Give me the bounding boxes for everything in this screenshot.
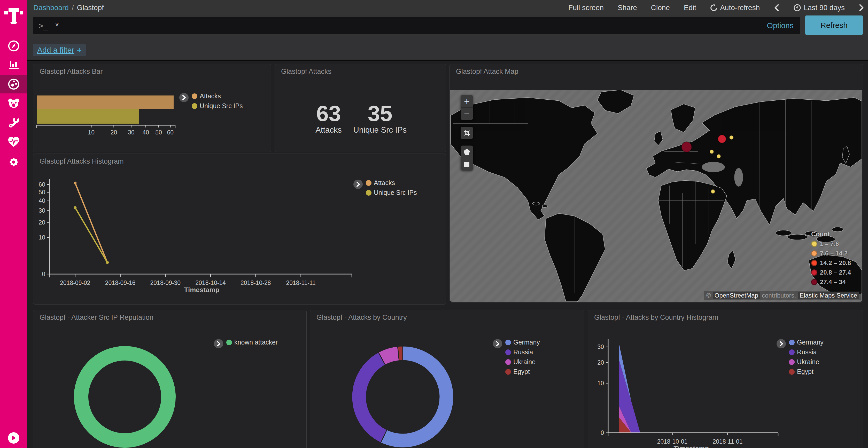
attacks-by-country-donut	[310, 310, 584, 448]
legend-item-ukraine[interactable]: Ukraine	[789, 358, 824, 366]
legend-swatch	[366, 180, 371, 186]
panel-title: Glastopf Attack Map	[456, 68, 519, 76]
svg-text:2018-10-28: 2018-10-28	[241, 279, 271, 286]
polygon-icon[interactable]	[461, 145, 473, 158]
sidebar-item-dev-tools[interactable]	[0, 113, 27, 132]
legend-toggle-button[interactable]	[214, 339, 223, 348]
map-zoom-out-button[interactable]: −	[461, 107, 473, 120]
svg-text:2018-10-14: 2018-10-14	[195, 279, 226, 286]
legend-item-attacks[interactable]: Attacks	[366, 179, 417, 186]
sidebar-expand-button[interactable]	[8, 432, 20, 444]
map-point-ukraine-north[interactable]	[710, 150, 714, 154]
map-point-germany-poland[interactable]	[681, 142, 692, 152]
legend-item-ukraine[interactable]: Ukraine	[505, 358, 540, 366]
legend-item-attacks[interactable]: Attacks	[192, 92, 243, 100]
full-screen-button[interactable]: Full screen	[568, 4, 604, 12]
panel-attacks-bar: Glastopf Attacks Bar 102030405060 Attack…	[33, 64, 271, 152]
time-back-button[interactable]	[774, 4, 779, 11]
legend: known attacker	[214, 339, 278, 348]
svg-text:60: 60	[167, 129, 174, 136]
sidebar-item-visualize[interactable]	[0, 55, 27, 74]
map-legend-swatch	[811, 250, 817, 256]
legend-item-egypt[interactable]: Egypt	[789, 368, 824, 376]
console-prompt-icon: >_	[39, 21, 48, 30]
legend-item-unique-src-ips[interactable]: Unique Src IPs	[366, 189, 417, 196]
sidebar-item-management[interactable]	[0, 153, 27, 171]
breadcrumb-dashboard-link[interactable]: Dashboard	[33, 4, 69, 12]
telekom-t-logo[interactable]	[4, 5, 23, 26]
map-attribution: © OpenStreetMap contributors, Elastic Ma…	[704, 291, 861, 300]
svg-text:10: 10	[88, 129, 95, 136]
legend-item-egypt[interactable]: Egypt	[505, 368, 540, 376]
map-legend-range: 7.6 – 14.2	[820, 250, 847, 257]
add-filter-button[interactable]: Add a filter +	[33, 44, 86, 56]
map-point-egypt[interactable]	[711, 189, 715, 194]
map-point-russia-east-of-moscow[interactable]	[729, 136, 734, 140]
map-legend-item: 20.8 – 27.4	[811, 269, 851, 276]
sidebar-item-timelion[interactable]	[0, 94, 27, 112]
map-draw-controls	[461, 145, 473, 171]
edit-button[interactable]: Edit	[684, 4, 696, 12]
sidebar-item-discover[interactable]	[0, 37, 27, 55]
attacks-metric: 63Attacks35Unique Src IPs	[275, 64, 446, 152]
svg-text:Timestamp: Timestamp	[674, 444, 709, 448]
owl-icon	[7, 98, 20, 109]
map-legend-range: 27.4 – 34	[820, 278, 846, 286]
legend-label: Russia	[797, 348, 816, 356]
panel-by-country-histogram: Glastopf - Attacks by Country Histogram …	[588, 310, 863, 448]
sidebar-item-dashboard[interactable]	[0, 75, 27, 94]
legend-toggle-button[interactable]	[493, 339, 502, 348]
map-point-ukraine-east[interactable]	[717, 154, 721, 159]
elastic-maps-service-link[interactable]: Elastic Maps Service	[798, 291, 859, 299]
legend-label: Ukraine	[797, 358, 819, 366]
legend-item-unique-src-ips[interactable]: Unique Src IPs	[192, 102, 243, 110]
map-point-western-russia[interactable]	[718, 135, 726, 143]
map-legend-title: Count	[811, 231, 851, 238]
options-link[interactable]: Options	[767, 21, 794, 30]
auto-refresh-button[interactable]: Auto-refresh	[710, 4, 760, 12]
legend: AttacksUnique Src IPs	[353, 179, 417, 196]
rectangle-icon[interactable]	[461, 158, 473, 171]
svg-text:40: 40	[38, 198, 45, 204]
crop-icon[interactable]	[461, 127, 473, 139]
svg-text:2018-09-16: 2018-09-16	[105, 279, 135, 286]
svg-text:30: 30	[38, 207, 45, 214]
world-map[interactable]: + − Count 1 – 7.67.6 – 14.214.2	[450, 90, 862, 302]
top-nav: Dashboard / Glastopf Full screen Share C…	[27, 0, 868, 15]
search-input[interactable]: >_ * Options	[33, 17, 800, 34]
legend-swatch	[789, 369, 795, 375]
legend-label: Attacks	[374, 179, 395, 186]
svg-text:10: 10	[597, 380, 604, 387]
legend-item-russia[interactable]: Russia	[505, 348, 540, 356]
map-count-legend: Count 1 – 7.67.6 – 14.214.2 – 20.820.8 –…	[811, 231, 851, 286]
time-forward-button[interactable]	[859, 4, 864, 11]
svg-text:2018-11-01: 2018-11-01	[713, 438, 743, 445]
legend-item-known-attacker[interactable]: known attacker	[226, 339, 278, 346]
legend-toggle-button[interactable]	[353, 180, 363, 189]
openstreetmap-link[interactable]: OpenStreetMap	[713, 291, 760, 299]
legend-toggle-button[interactable]	[777, 339, 786, 348]
map-zoom-in-button[interactable]: +	[461, 95, 473, 107]
legend-label: Egypt	[797, 368, 813, 376]
map-legend-range: 1 – 7.6	[820, 240, 839, 247]
map-legend-swatch	[811, 279, 817, 285]
map-legend-range: 14.2 – 20.8	[820, 260, 851, 267]
svg-text:20: 20	[38, 219, 45, 226]
legend-toggle-button[interactable]	[179, 93, 189, 102]
legend-item-germany[interactable]: Germany	[789, 339, 824, 346]
share-button[interactable]: Share	[618, 4, 637, 12]
sidebar-item-monitoring[interactable]	[0, 133, 27, 151]
map-legend-item: 14.2 – 20.8	[811, 260, 851, 267]
metric-unique-src-ips: 35Unique Src IPs	[353, 102, 407, 135]
legend-label: known attacker	[234, 339, 278, 346]
time-range-button[interactable]: Last 90 days	[793, 4, 845, 12]
clone-button[interactable]: Clone	[651, 4, 670, 12]
svg-text:0: 0	[601, 429, 604, 436]
legend-item-russia[interactable]: Russia	[789, 348, 824, 356]
legend-swatch	[226, 340, 232, 345]
refresh-button[interactable]: Refresh	[805, 15, 863, 35]
legend-swatch	[505, 340, 511, 345]
svg-text:10: 10	[38, 234, 45, 241]
legend-item-germany[interactable]: Germany	[505, 339, 540, 346]
refresh-cycle-icon	[710, 4, 717, 11]
